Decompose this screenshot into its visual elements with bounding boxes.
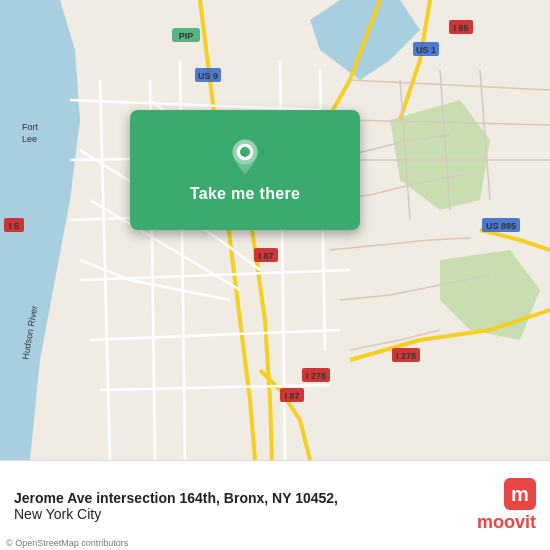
address-line2: New York City: [14, 506, 467, 522]
take-me-there-button[interactable]: Take me there: [190, 185, 300, 203]
svg-text:Lee: Lee: [22, 134, 37, 144]
svg-text:US 9: US 9: [198, 71, 218, 81]
svg-point-47: [240, 147, 250, 157]
svg-rect-0: [0, 0, 550, 460]
osm-credit: © OpenStreetMap contributors: [6, 538, 128, 548]
svg-text:I 278: I 278: [306, 371, 326, 381]
moovit-m-icon: m: [504, 478, 536, 510]
svg-text:US 1: US 1: [416, 45, 436, 55]
info-bar: Jerome Ave intersection 164th, Bronx, NY…: [0, 460, 550, 550]
svg-text:I 5: I 5: [9, 221, 19, 231]
svg-text:I 87: I 87: [258, 251, 273, 261]
svg-text:PIP: PIP: [179, 31, 194, 41]
svg-text:I 87: I 87: [284, 391, 299, 401]
svg-text:US 895: US 895: [486, 221, 516, 231]
address-block: Jerome Ave intersection 164th, Bronx, NY…: [14, 490, 467, 522]
svg-text:I 95: I 95: [453, 23, 468, 33]
location-pin-icon: [225, 137, 265, 177]
address-line1: Jerome Ave intersection 164th, Bronx, NY…: [14, 490, 467, 506]
moovit-name: moovit: [477, 512, 536, 533]
map-container: PIP US 9 US 1 I 95 I 87 I 87 I 278 I 278…: [0, 0, 550, 460]
svg-text:I 278: I 278: [396, 351, 416, 361]
svg-text:Fort: Fort: [22, 122, 39, 132]
moovit-logo: m moovit: [477, 478, 536, 533]
action-card[interactable]: Take me there: [130, 110, 360, 230]
map-svg: PIP US 9 US 1 I 95 I 87 I 87 I 278 I 278…: [0, 0, 550, 460]
